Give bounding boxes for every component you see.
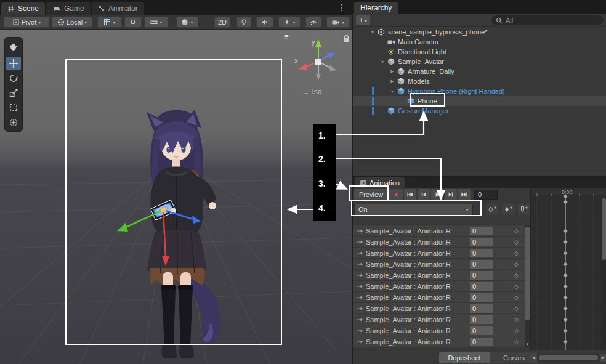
hierarchy-item-armature-daily[interactable]: ▶Armature_Daily bbox=[353, 67, 606, 76]
camera-settings-dropdown[interactable]: ▾ bbox=[326, 17, 350, 28]
local-dropdown[interactable]: Local ▾ bbox=[52, 17, 92, 28]
timeline-keyframe[interactable] bbox=[564, 273, 568, 278]
timeline-keyframe[interactable] bbox=[564, 296, 568, 300]
hierarchy-search-input[interactable]: All bbox=[491, 15, 604, 25]
record-button[interactable]: ● bbox=[389, 189, 403, 200]
lighting-toggle-button[interactable] bbox=[236, 17, 251, 28]
move-tool-button[interactable] bbox=[6, 57, 21, 70]
property-value-field[interactable]: 0 bbox=[470, 238, 493, 246]
timeline-keyframe[interactable] bbox=[564, 307, 568, 311]
timeline-keyframe[interactable] bbox=[564, 340, 568, 344]
tab-hierarchy[interactable]: Hierarchy bbox=[354, 2, 398, 14]
hierarchy-item-models[interactable]: ▶Models bbox=[353, 76, 606, 86]
foldout-arrow[interactable]: ▶ bbox=[389, 79, 396, 84]
animated-property-row[interactable]: Sample_Avatar : Animator.R0◇ bbox=[353, 281, 525, 292]
animated-property-row[interactable]: Sample_Avatar : Animator.R0◇ bbox=[353, 270, 525, 281]
property-value-field[interactable]: 0 bbox=[470, 227, 493, 235]
overlay-menu-icon[interactable]: ≡ bbox=[284, 32, 289, 41]
timeline-keyframe[interactable] bbox=[564, 200, 568, 204]
add-event-button[interactable] bbox=[518, 204, 530, 215]
timeline-keyframe[interactable] bbox=[564, 285, 568, 289]
hierarchy-item-sample-avatar[interactable]: ▼Sample_Avatar bbox=[353, 57, 606, 67]
scrollbar-thumb[interactable] bbox=[525, 227, 530, 320]
add-keyframe-filled-button[interactable] bbox=[502, 204, 514, 215]
keyframe-diamond[interactable]: ◇ bbox=[514, 261, 519, 267]
snap-button[interactable] bbox=[124, 17, 142, 28]
pivot-dropdown[interactable]: Pivot ▾ bbox=[4, 17, 49, 28]
tab-scene[interactable]: Scene bbox=[1, 2, 45, 15]
foldout-arrow[interactable]: ▶ bbox=[389, 69, 396, 74]
timeline-keyframe[interactable] bbox=[564, 251, 568, 256]
foldout-arrow[interactable]: ▼ bbox=[379, 60, 386, 64]
keyframe-diamond[interactable]: ◇ bbox=[514, 339, 519, 345]
timeline-keyframe[interactable] bbox=[564, 262, 568, 267]
keyframe-diamond[interactable]: ◇ bbox=[514, 328, 519, 334]
scrollbar-track[interactable] bbox=[538, 354, 599, 362]
animated-property-row[interactable]: Sample_Avatar : Animator.R0◇ bbox=[353, 237, 525, 248]
keyframe-diamond[interactable]: ◇ bbox=[514, 228, 519, 234]
hierarchy-item-main-camera[interactable]: Main Camera bbox=[353, 37, 606, 47]
hierarchy-item-hypnosis-phone-right-handed[interactable]: ▼Hypnosis Phone (Right Handed) bbox=[353, 86, 606, 96]
timeline-keyframe[interactable] bbox=[564, 318, 568, 322]
goto-last-frame-button[interactable] bbox=[458, 189, 471, 200]
dopesheet-button[interactable]: Dopesheet bbox=[439, 352, 490, 363]
hierarchy-item-directional-light[interactable]: Directional Light bbox=[353, 47, 606, 57]
animated-property-row[interactable]: Sample_Avatar : Animator.R0◇ bbox=[353, 292, 525, 303]
snap-increment-button[interactable]: ▾ bbox=[144, 17, 169, 28]
dopesheet-timeline[interactable]: 0:00 bbox=[530, 188, 606, 350]
animated-property-row[interactable]: Sample_Avatar : Animator.R0◇ bbox=[353, 325, 525, 336]
audio-toggle-button[interactable] bbox=[256, 17, 273, 28]
animated-property-row[interactable]: Sample_Avatar : Animator.R0◇ bbox=[353, 225, 525, 237]
keyframe-diamond[interactable]: ◇ bbox=[514, 283, 519, 289]
timeline-keyframe[interactable] bbox=[564, 240, 568, 245]
preview-button[interactable]: Preview bbox=[354, 189, 388, 200]
kebab-menu-icon[interactable]: ⋮ bbox=[337, 2, 346, 12]
grid-visibility-button[interactable]: ▾ bbox=[97, 17, 122, 28]
scrollbar-thumb[interactable] bbox=[539, 355, 598, 360]
scene-viewport[interactable]: y x ≡ Iso ≡ bbox=[0, 30, 352, 364]
scroll-down-icon[interactable]: ▼ bbox=[525, 341, 530, 347]
foldout-arrow[interactable]: ▼ bbox=[389, 89, 396, 94]
create-object-button[interactable]: + ▾ bbox=[356, 15, 370, 25]
property-value-field[interactable]: 0 bbox=[470, 315, 493, 324]
clip-dropdown[interactable]: On ▾ bbox=[354, 204, 473, 216]
animated-property-row[interactable]: Sample_Avatar : Animator.R0◇ bbox=[353, 336, 525, 347]
property-value-field[interactable]: 0 bbox=[470, 249, 493, 257]
rect-tool-button[interactable] bbox=[6, 101, 21, 115]
keyframe-diamond[interactable]: ◇ bbox=[514, 317, 519, 323]
effects-dropdown[interactable]: ▾ bbox=[278, 17, 301, 28]
animated-property-row[interactable]: Sample_Avatar : Animator.R0◇ bbox=[353, 303, 525, 314]
tab-game[interactable]: Game bbox=[46, 2, 91, 15]
timeline-keyframe[interactable] bbox=[564, 329, 568, 333]
animated-property-row[interactable]: Sample_Avatar : Animator.R0◇ bbox=[353, 314, 525, 325]
tab-animator[interactable]: Animator bbox=[92, 2, 144, 15]
animated-property-row[interactable]: Sample_Avatar : Animator.R0◇ bbox=[353, 259, 525, 270]
2d-toggle-button[interactable]: 2D bbox=[214, 17, 230, 28]
goto-first-frame-button[interactable] bbox=[404, 189, 416, 200]
property-value-field[interactable]: 0 bbox=[470, 260, 493, 269]
scroll-right-icon[interactable]: ▶ bbox=[600, 354, 606, 362]
frame-field[interactable]: 0 bbox=[474, 190, 498, 200]
keyframe-diamond[interactable]: ◇ bbox=[514, 272, 519, 278]
animated-property-row[interactable]: Sample_Avatar : Animator.R0◇ bbox=[353, 248, 525, 259]
transform-tool-button[interactable] bbox=[6, 116, 21, 129]
tab-animation[interactable]: Animation bbox=[355, 177, 405, 188]
keyframe-diamond[interactable]: ◇ bbox=[514, 294, 519, 301]
keyframe-diamond[interactable]: ◇ bbox=[514, 305, 519, 312]
rotate-tool-button[interactable] bbox=[6, 71, 21, 85]
timeline-hscrollbar[interactable]: ◀ ▶ bbox=[530, 354, 606, 362]
property-value-field[interactable]: 0 bbox=[470, 304, 493, 313]
property-value-field[interactable]: 0 bbox=[470, 326, 493, 335]
draw-mode-dropdown[interactable]: ▾ bbox=[176, 17, 198, 28]
view-hand-tool-button[interactable] bbox=[6, 39, 21, 53]
previous-frame-button[interactable] bbox=[418, 189, 430, 200]
add-keyframe-button[interactable] bbox=[487, 204, 499, 215]
scrollbar-thumb[interactable] bbox=[602, 198, 606, 260]
scale-tool-button[interactable] bbox=[6, 86, 21, 100]
property-value-field[interactable]: 0 bbox=[470, 282, 493, 291]
properties-scrollbar[interactable]: ▼ bbox=[525, 225, 530, 347]
scroll-left-icon[interactable]: ◀ bbox=[530, 354, 537, 362]
scene-visibility-button[interactable] bbox=[305, 17, 321, 28]
keyframe-diamond[interactable]: ◇ bbox=[514, 239, 519, 245]
hierarchy-item-phone[interactable]: Phone bbox=[353, 96, 606, 106]
